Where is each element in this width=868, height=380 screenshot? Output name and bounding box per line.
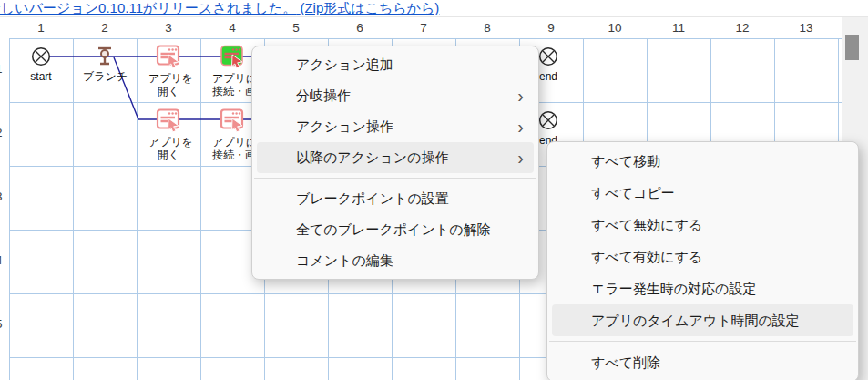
- chevron-right-icon: ›: [517, 142, 524, 173]
- menu-item-label: コメントの編集: [296, 252, 393, 268]
- menu-item-add-action[interactable]: アクション追加: [252, 49, 538, 80]
- node-label: 開く: [148, 149, 189, 161]
- node-label: アプリを: [148, 73, 189, 85]
- column-header: 13: [795, 21, 817, 35]
- menu-item-label: すべて無効にする: [591, 217, 702, 232]
- node-connect-app-1[interactable]: アプリに 接続・画: [212, 45, 252, 98]
- submenu: すべて移動 すべてコピー すべて無効にする すべて有効にする エラー発生時の対応…: [546, 141, 859, 380]
- submenu-item-enable-all[interactable]: すべて有効にする: [547, 241, 858, 272]
- notification-bar: 新しいバージョン0.10.11がリリースされました。 (Zip形式はこちらから): [0, 0, 868, 17]
- branch-icon: [95, 46, 115, 67]
- node-branch[interactable]: ブランチ: [83, 46, 127, 83]
- end-icon: [538, 46, 558, 67]
- node-label: 開く: [148, 86, 189, 98]
- menu-item-branch-operations[interactable]: 分岐操作 ›: [252, 80, 538, 111]
- start-icon: [31, 46, 51, 67]
- column-header: 10: [604, 21, 626, 35]
- column-header: 4: [221, 21, 243, 35]
- submenu-item-delete-all[interactable]: すべて削除: [547, 346, 858, 378]
- node-label: 接続・画: [212, 149, 252, 161]
- node-label: 接続・画: [212, 86, 252, 98]
- menu-separator: [549, 341, 856, 342]
- column-header: 6: [349, 21, 371, 35]
- menu-item-label: アクション追加: [296, 56, 393, 72]
- chevron-right-icon: ›: [517, 80, 524, 111]
- node-label: アプリに: [212, 137, 252, 149]
- release-notification-link[interactable]: 新しいバージョン0.10.11がリリースされました。 (Zip形式はこちらから): [0, 0, 439, 17]
- submenu-item-move-all[interactable]: すべて移動: [547, 145, 858, 177]
- node-label: ブランチ: [83, 71, 127, 83]
- submenu-item-app-timeout-settings[interactable]: アプリのタイムアウト時間の設定: [552, 304, 853, 336]
- connect-app-icon: [220, 108, 245, 132]
- menu-item-label: 分岐操作: [296, 87, 351, 103]
- chevron-right-icon: ›: [517, 111, 524, 142]
- column-header: 5: [285, 21, 307, 35]
- scrollbar-thumb[interactable]: [845, 35, 859, 60]
- column-header: 11: [668, 21, 689, 35]
- node-label: アプリを: [148, 137, 189, 149]
- app-window: 新しいバージョン0.10.11がリリースされました。 (Zip形式はこちらから)…: [0, 0, 868, 380]
- release-message[interactable]: 新しいバージョン0.10.11がリリースされました。: [0, 0, 296, 15]
- node-start[interactable]: start: [21, 46, 61, 83]
- node-open-app-2[interactable]: アプリを 開く: [148, 108, 189, 161]
- menu-item-clear-all-breakpoints[interactable]: 全てのブレークポイントの解除: [252, 214, 538, 245]
- column-header: 9: [540, 21, 562, 35]
- connect-app-icon: [220, 45, 245, 68]
- menu-item-action-operations[interactable]: アクション操作 ›: [252, 111, 538, 142]
- menu-separator: [254, 178, 536, 179]
- menu-item-label: エラー発生時の対応の設定: [591, 281, 756, 296]
- menu-item-label: ブレークポイントの設置: [296, 190, 449, 206]
- row-header: 1: [0, 62, 8, 76]
- menu-item-label: すべて有効にする: [591, 249, 702, 264]
- menu-item-label: 全てのブレークポイントの解除: [296, 221, 491, 237]
- column-header: 3: [158, 21, 179, 35]
- open-app-icon: [156, 108, 181, 132]
- menu-item-label: すべて削除: [591, 354, 660, 370]
- submenu-item-error-handling-settings[interactable]: エラー発生時の対応の設定: [547, 272, 858, 304]
- row-header: 5: [0, 317, 8, 331]
- column-header: 12: [731, 21, 753, 35]
- open-app-icon: [156, 45, 181, 68]
- menu-item-subsequent-action-operations[interactable]: 以降のアクションの操作 ›: [257, 142, 534, 173]
- node-connect-app-2[interactable]: アプリに 接続・画: [212, 108, 252, 161]
- column-header: 1: [30, 21, 52, 35]
- column-header: 2: [94, 21, 116, 35]
- menu-item-label: すべてコピー: [591, 185, 675, 200]
- submenu-item-copy-all[interactable]: すべてコピー: [547, 177, 858, 209]
- row-header: 3: [0, 190, 8, 203]
- node-open-app-1[interactable]: アプリを 開く: [148, 45, 189, 98]
- menu-item-edit-comment[interactable]: コメントの編集: [252, 245, 538, 276]
- row-header: 4: [0, 253, 8, 267]
- zip-download-link[interactable]: (Zip形式はこちらから): [300, 0, 439, 15]
- row-header: 2: [0, 126, 8, 139]
- node-label: アプリに: [212, 73, 252, 85]
- column-header: 7: [413, 21, 434, 35]
- context-menu: アクション追加 分岐操作 › アクション操作 › 以降のアクションの操作 › ブ…: [251, 46, 539, 280]
- end-icon: [538, 110, 558, 130]
- submenu-item-disable-all[interactable]: すべて無効にする: [547, 209, 858, 241]
- node-label: start: [21, 71, 61, 83]
- menu-item-set-breakpoint[interactable]: ブレークポイントの設置: [252, 183, 538, 214]
- menu-item-label: アプリのタイムアウト時間の設定: [591, 313, 800, 328]
- menu-item-label: すべて移動: [591, 153, 660, 169]
- column-header: 8: [476, 21, 498, 35]
- menu-item-label: 以降のアクションの操作: [296, 149, 448, 165]
- menu-item-label: アクション操作: [296, 118, 393, 134]
